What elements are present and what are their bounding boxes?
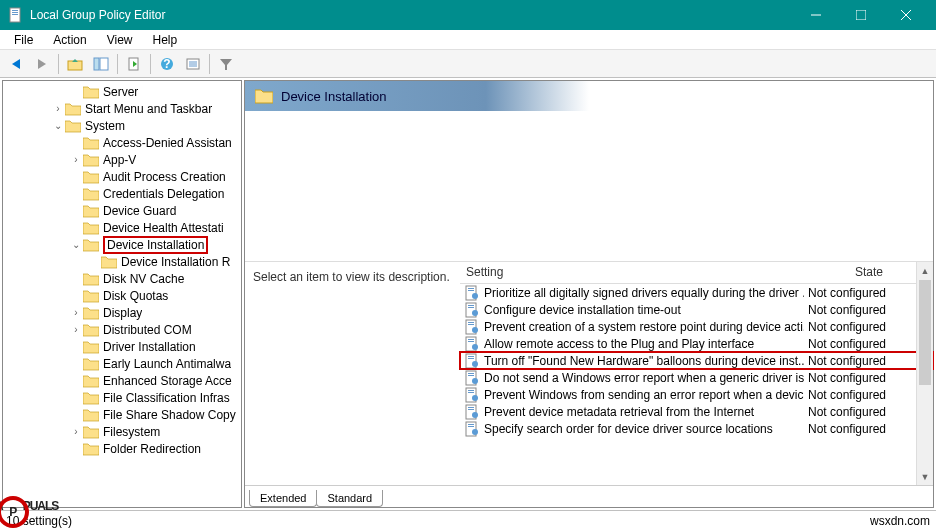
list-item[interactable]: Do not send a Windows error report when …	[460, 369, 933, 386]
policy-icon	[464, 421, 480, 437]
tree-item-label: App-V	[103, 153, 136, 167]
tree-item[interactable]: ›Display	[3, 304, 241, 321]
tree-item[interactable]: Credentials Delegation	[3, 185, 241, 202]
svg-marker-41	[83, 393, 99, 404]
column-setting[interactable]: Setting	[460, 262, 805, 283]
tree-item[interactable]: File Share Shadow Copy	[3, 406, 241, 423]
tree-item[interactable]: Audit Process Creation	[3, 168, 241, 185]
list-item[interactable]: Specify search order for device driver s…	[460, 420, 933, 437]
help-button[interactable]: ?	[155, 52, 179, 76]
show-hide-tree-button[interactable]	[89, 52, 113, 76]
toolbar-separator	[117, 54, 118, 74]
forward-icon	[34, 57, 50, 71]
tab-standard[interactable]: Standard	[316, 490, 383, 507]
tree-item[interactable]: Access-Denied Assistan	[3, 134, 241, 151]
setting-state: Not configured	[804, 422, 933, 436]
scroll-thumb[interactable]	[919, 280, 931, 385]
up-button[interactable]	[63, 52, 87, 76]
menu-file[interactable]: File	[4, 31, 43, 49]
svg-rect-2	[12, 12, 18, 13]
list-item[interactable]: Prevent device metadata retrieval from t…	[460, 403, 933, 420]
tree-item[interactable]: ›Start Menu and Taskbar	[3, 100, 241, 117]
expand-icon[interactable]: ⌄	[69, 240, 83, 250]
tree-item[interactable]: Early Launch Antimalwa	[3, 355, 241, 372]
menu-view[interactable]: View	[97, 31, 143, 49]
app-icon	[8, 7, 24, 23]
toolbar-separator	[209, 54, 210, 74]
forward-button[interactable]	[30, 52, 54, 76]
tree-item[interactable]: ›App-V	[3, 151, 241, 168]
tab-extended[interactable]: Extended	[249, 490, 317, 507]
tree-item-label: File Share Shadow Copy	[103, 408, 236, 422]
minimize-button[interactable]	[793, 0, 838, 30]
svg-rect-5	[856, 10, 866, 20]
tree-item[interactable]: File Classification Infras	[3, 389, 241, 406]
expand-icon[interactable]: ›	[69, 325, 83, 335]
svg-marker-27	[83, 155, 99, 166]
svg-rect-71	[468, 390, 474, 391]
tree-item[interactable]: Device Installation R	[3, 253, 241, 270]
menu-help[interactable]: Help	[143, 31, 188, 49]
scrollbar[interactable]: ▲ ▼	[916, 262, 933, 485]
list-header[interactable]: Setting State	[460, 262, 933, 284]
setting-state: Not configured	[804, 388, 933, 402]
tree-item[interactable]: Device Guard	[3, 202, 241, 219]
tree-item-label: Enhanced Storage Acce	[103, 374, 232, 388]
maximize-button[interactable]	[838, 0, 883, 30]
scroll-up-icon[interactable]: ▲	[917, 262, 933, 279]
tree-item[interactable]: ›Filesystem	[3, 423, 241, 440]
tree-item[interactable]: ⌄System	[3, 117, 241, 134]
folder-icon	[101, 255, 117, 269]
tree-item[interactable]: Enhanced Storage Acce	[3, 372, 241, 389]
tree-item[interactable]: Disk Quotas	[3, 287, 241, 304]
properties-button[interactable]	[181, 52, 205, 76]
svg-marker-23	[83, 87, 99, 98]
list-item[interactable]: Turn off "Found New Hardware" balloons d…	[460, 352, 933, 369]
details-header-title: Device Installation	[281, 89, 387, 104]
tree-item-label: Early Launch Antimalwa	[103, 357, 231, 371]
menu-action[interactable]: Action	[43, 31, 96, 49]
toolbar-separator	[58, 54, 59, 74]
svg-rect-76	[468, 409, 474, 410]
expand-icon[interactable]: ›	[51, 104, 65, 114]
svg-rect-56	[468, 324, 474, 325]
folder-icon	[83, 357, 99, 371]
column-state[interactable]: State	[805, 262, 933, 283]
tree-item[interactable]: Device Health Attestati	[3, 219, 241, 236]
expand-icon[interactable]: ›	[69, 155, 83, 165]
expand-icon[interactable]: ›	[69, 308, 83, 318]
tree-item-label: Access-Denied Assistan	[103, 136, 232, 150]
svg-rect-1	[12, 10, 18, 11]
tree-item-label: Device Installation	[103, 236, 208, 254]
back-button[interactable]	[4, 52, 28, 76]
list-item[interactable]: Prevent Windows from sending an error re…	[460, 386, 933, 403]
tree-item[interactable]: Folder Redirection	[3, 440, 241, 457]
svg-rect-51	[468, 305, 474, 306]
filter-button[interactable]	[214, 52, 238, 76]
svg-rect-55	[468, 322, 474, 323]
tree-pane[interactable]: Server›Start Menu and Taskbar⌄SystemAcce…	[2, 80, 242, 508]
svg-point-81	[472, 429, 478, 435]
setting-state: Not configured	[804, 337, 933, 351]
tree-item[interactable]: Server	[3, 83, 241, 100]
setting-state: Not configured	[804, 303, 933, 317]
expand-icon[interactable]: ⌄	[51, 121, 65, 131]
tree-item[interactable]: Disk NV Cache	[3, 270, 241, 287]
folder-icon	[83, 442, 99, 456]
tree-item[interactable]: Driver Installation	[3, 338, 241, 355]
close-button[interactable]	[883, 0, 928, 30]
list-item[interactable]: Configure device installation time-outNo…	[460, 301, 933, 318]
folder-icon	[83, 187, 99, 201]
tree-item[interactable]: ⌄Device Installation	[3, 236, 241, 253]
tree-item-label: Distributed COM	[103, 323, 192, 337]
export-button[interactable]	[122, 52, 146, 76]
list-item[interactable]: Prevent creation of a system restore poi…	[460, 318, 933, 335]
svg-rect-10	[68, 61, 82, 70]
tree-item[interactable]: ›Distributed COM	[3, 321, 241, 338]
scroll-down-icon[interactable]: ▼	[917, 468, 933, 485]
expand-icon[interactable]: ›	[69, 427, 83, 437]
tree-item-label: System	[85, 119, 125, 133]
list-item[interactable]: Allow remote access to the Plug and Play…	[460, 335, 933, 352]
list-item[interactable]: Prioritize all digitally signed drivers …	[460, 284, 933, 301]
tree-item-label: Server	[103, 85, 138, 99]
